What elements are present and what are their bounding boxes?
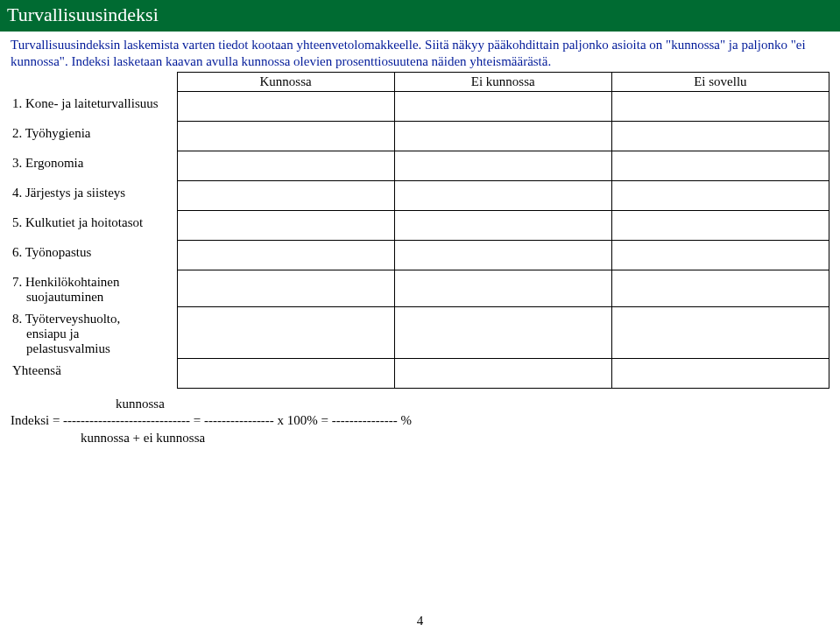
row-label-line2: ensiapu ja: [11, 327, 172, 341]
table-row: 3. Ergonomia: [11, 151, 829, 180]
row-label: 1. Kone- ja laiteturvallisuus: [11, 96, 172, 111]
row-label-cell: 4. Järjestys ja siisteys: [11, 180, 177, 210]
table-row: 6. Työnopastus: [11, 240, 829, 270]
cell-ei-kunnossa[interactable]: [394, 270, 611, 306]
cell-ei-sovellu[interactable]: [611, 306, 829, 358]
table-row: 1. Kone- ja laiteturvallisuus: [11, 91, 829, 121]
table-row: 2. Työhygienia: [11, 121, 829, 151]
row-label-cell: 7. Henkilökohtainen suojautuminen: [11, 270, 177, 306]
cell-total-ei-sovellu[interactable]: [611, 358, 829, 388]
row-label-cell: 6. Työnopastus: [11, 240, 177, 270]
table-row: 5. Kulkutiet ja hoitotasot: [11, 210, 829, 240]
row-label-cell: 2. Työhygienia: [11, 121, 177, 151]
cell-ei-kunnossa[interactable]: [394, 306, 611, 358]
row-label: 6. Työnopastus: [11, 245, 172, 260]
table-row: 7. Henkilökohtainen suojautuminen: [11, 270, 829, 306]
cell-ei-sovellu[interactable]: [611, 270, 829, 306]
total-label: Yhteensä: [11, 363, 172, 378]
cell-ei-kunnossa[interactable]: [394, 240, 611, 270]
cell-ei-sovellu[interactable]: [611, 151, 829, 180]
row-label: 7. Henkilökohtainen: [11, 275, 172, 290]
row-label-line3: pelastusvalmius: [11, 341, 172, 356]
col-header-ei-kunnossa: Ei kunnossa: [394, 72, 611, 91]
page-title-bar: Turvallisuusindeksi: [0, 0, 840, 32]
table-total-row: Yhteensä: [11, 358, 829, 388]
row-label: 3. Ergonomia: [11, 156, 172, 171]
safety-index-table: Kunnossa Ei kunnossa Ei sovellu 1. Kone-…: [11, 72, 829, 389]
page-title: Turvallisuusindeksi: [7, 4, 159, 25]
row-label: 5. Kulkutiet ja hoitotasot: [11, 215, 172, 230]
formula-denominator: kunnossa + ei kunnossa: [11, 430, 829, 447]
col-header-kunnossa: Kunnossa: [177, 72, 394, 91]
row-label: 8. Työterveyshuolto,: [11, 312, 172, 327]
cell-total-kunnossa[interactable]: [177, 358, 394, 388]
cell-kunnossa[interactable]: [177, 121, 394, 151]
row-label: 2. Työhygienia: [11, 126, 172, 141]
intro-text: Turvallisuusindeksin laskemista varten t…: [11, 37, 829, 70]
cell-kunnossa[interactable]: [177, 180, 394, 210]
content-area: Turvallisuusindeksin laskemista varten t…: [0, 32, 840, 446]
row-label: 4. Järjestys ja siisteys: [11, 186, 172, 200]
cell-total-ei-kunnossa[interactable]: [394, 358, 611, 388]
page-number: 4: [0, 614, 840, 628]
formula-numerator: kunnossa: [11, 396, 829, 413]
cell-ei-kunnossa[interactable]: [394, 121, 611, 151]
cell-kunnossa[interactable]: [177, 306, 394, 358]
table-header-empty: [11, 72, 177, 91]
index-formula: kunnossa Indeksi = ---------------------…: [11, 396, 829, 447]
cell-ei-sovellu[interactable]: [611, 121, 829, 151]
cell-ei-kunnossa[interactable]: [394, 180, 611, 210]
cell-kunnossa[interactable]: [177, 151, 394, 180]
col-header-ei-sovellu: Ei sovellu: [611, 72, 829, 91]
cell-ei-kunnossa[interactable]: [394, 151, 611, 180]
row-label-line2: suojautuminen: [11, 290, 172, 305]
cell-kunnossa[interactable]: [177, 240, 394, 270]
cell-kunnossa[interactable]: [177, 210, 394, 240]
cell-ei-sovellu[interactable]: [611, 210, 829, 240]
formula-expression: Indeksi = ----------------------------- …: [11, 412, 829, 430]
cell-ei-sovellu[interactable]: [611, 180, 829, 210]
row-label-cell: 8. Työterveyshuolto, ensiapu ja pelastus…: [11, 306, 177, 358]
table-row: 4. Järjestys ja siisteys: [11, 180, 829, 210]
cell-ei-kunnossa[interactable]: [394, 91, 611, 121]
table-row: 8. Työterveyshuolto, ensiapu ja pelastus…: [11, 306, 829, 358]
table-header-row: Kunnossa Ei kunnossa Ei sovellu: [11, 72, 829, 91]
cell-kunnossa[interactable]: [177, 91, 394, 121]
cell-ei-sovellu[interactable]: [611, 240, 829, 270]
cell-kunnossa[interactable]: [177, 270, 394, 306]
cell-ei-sovellu[interactable]: [611, 91, 829, 121]
cell-ei-kunnossa[interactable]: [394, 210, 611, 240]
row-label-cell: 3. Ergonomia: [11, 151, 177, 180]
row-label-cell: 5. Kulkutiet ja hoitotasot: [11, 210, 177, 240]
row-label-cell: 1. Kone- ja laiteturvallisuus: [11, 91, 177, 121]
row-label-cell: Yhteensä: [11, 358, 177, 388]
